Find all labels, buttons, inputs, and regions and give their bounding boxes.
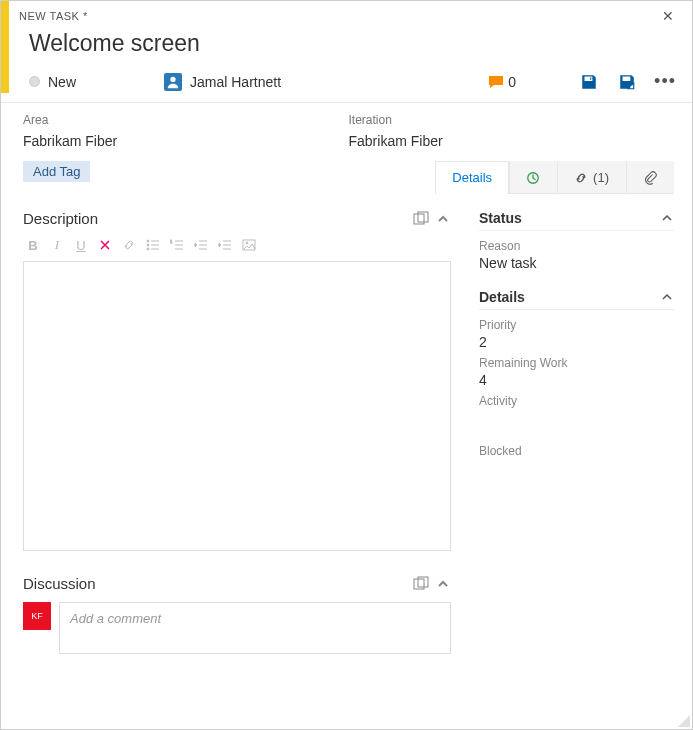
outdent-button[interactable] xyxy=(193,237,209,253)
tab-history[interactable] xyxy=(509,161,557,193)
details-collapse-icon[interactable] xyxy=(660,290,674,304)
priority-label: Priority xyxy=(479,318,674,332)
activity-field[interactable] xyxy=(479,410,674,426)
assignee-field[interactable]: Jamal Hartnett xyxy=(190,74,281,90)
description-editor[interactable] xyxy=(23,261,451,551)
svg-point-5 xyxy=(147,244,149,246)
close-button[interactable]: ✕ xyxy=(656,6,681,26)
number-list-button[interactable]: 1 xyxy=(169,237,185,253)
discussion-maximize-icon[interactable] xyxy=(413,576,429,592)
clear-format-button[interactable] xyxy=(97,237,113,253)
image-button[interactable] xyxy=(241,237,257,253)
history-icon xyxy=(526,171,540,185)
status-group-heading: Status xyxy=(479,210,660,226)
attachment-icon xyxy=(643,171,657,185)
reason-field[interactable]: New task xyxy=(479,255,674,271)
tab-attachments[interactable] xyxy=(626,161,674,193)
iteration-label: Iteration xyxy=(349,113,675,127)
link-button[interactable] xyxy=(121,237,137,253)
details-group-heading: Details xyxy=(479,289,660,305)
add-tag-button[interactable]: Add Tag xyxy=(23,161,90,182)
comment-count[interactable]: 0 xyxy=(488,74,516,90)
status-collapse-icon[interactable] xyxy=(660,211,674,225)
state-indicator-icon xyxy=(29,76,40,87)
current-user-avatar: KF xyxy=(23,602,51,630)
tab-links-count: (1) xyxy=(593,170,609,185)
comment-input[interactable]: Add a comment xyxy=(59,602,451,654)
activity-label: Activity xyxy=(479,394,674,408)
work-item-color-bar xyxy=(1,1,9,93)
tab-details[interactable]: Details xyxy=(435,161,509,193)
bullet-list-button[interactable] xyxy=(145,237,161,253)
comment-icon xyxy=(488,74,504,90)
rich-text-toolbar: B I U 1 xyxy=(23,231,451,259)
maximize-icon[interactable] xyxy=(413,211,429,227)
priority-field[interactable]: 2 xyxy=(479,334,674,350)
bold-button[interactable]: B xyxy=(25,237,41,253)
area-label: Area xyxy=(23,113,349,127)
description-heading: Description xyxy=(23,210,407,227)
discussion-collapse-icon[interactable] xyxy=(435,576,451,592)
reason-label: Reason xyxy=(479,239,674,253)
area-field[interactable]: Fabrikam Fiber xyxy=(23,133,349,149)
indent-button[interactable] xyxy=(217,237,233,253)
svg-point-0 xyxy=(170,76,175,81)
tab-bar: Details (1) xyxy=(435,161,674,194)
blocked-label: Blocked xyxy=(479,444,674,458)
svg-point-6 xyxy=(147,248,149,250)
underline-button[interactable]: U xyxy=(73,237,89,253)
iteration-field[interactable]: Fabrikam Fiber xyxy=(349,133,675,149)
discussion-heading: Discussion xyxy=(23,575,407,592)
tab-details-label: Details xyxy=(452,170,492,185)
link-icon xyxy=(574,171,588,185)
work-item-type-label: NEW TASK * xyxy=(19,10,88,22)
state-field[interactable]: New xyxy=(48,74,76,90)
collapse-icon[interactable] xyxy=(435,211,451,227)
assignee-avatar xyxy=(164,73,182,91)
remaining-work-field[interactable]: 4 xyxy=(479,372,674,388)
resize-grip[interactable] xyxy=(678,715,690,727)
italic-button[interactable]: I xyxy=(49,237,65,253)
comment-count-value: 0 xyxy=(508,74,516,90)
more-actions-button[interactable]: ••• xyxy=(650,71,680,92)
refresh-button[interactable] xyxy=(618,73,636,91)
save-button[interactable] xyxy=(580,73,598,91)
tab-links[interactable]: (1) xyxy=(557,161,626,193)
svg-point-9 xyxy=(246,242,248,244)
work-item-title[interactable]: Welcome screen xyxy=(1,26,692,67)
svg-point-4 xyxy=(147,240,149,242)
svg-text:1: 1 xyxy=(170,239,173,244)
remaining-work-label: Remaining Work xyxy=(479,356,674,370)
